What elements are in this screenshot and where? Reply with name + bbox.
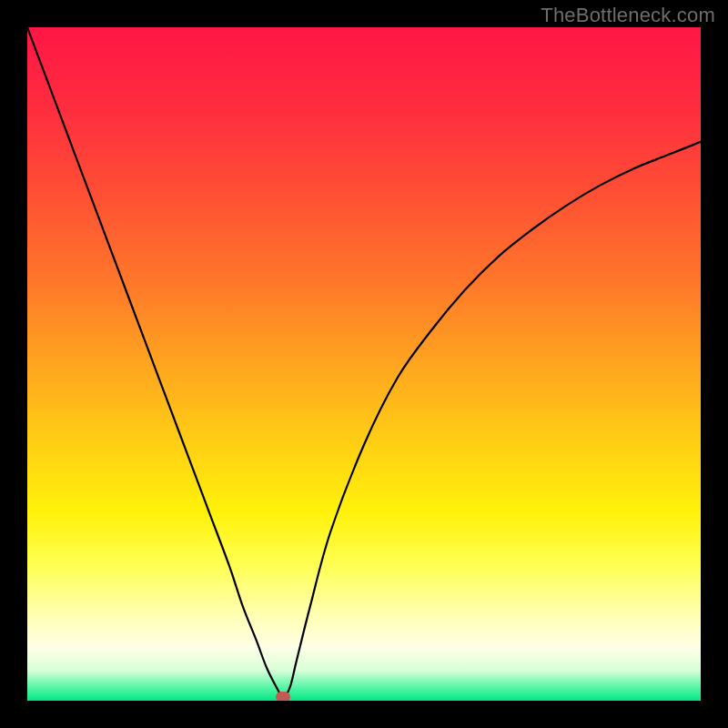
bottleneck-marker <box>276 692 290 701</box>
chart-curve <box>27 27 701 701</box>
watermark-text: TheBottleneck.com <box>541 4 715 27</box>
plot-area <box>27 27 701 701</box>
